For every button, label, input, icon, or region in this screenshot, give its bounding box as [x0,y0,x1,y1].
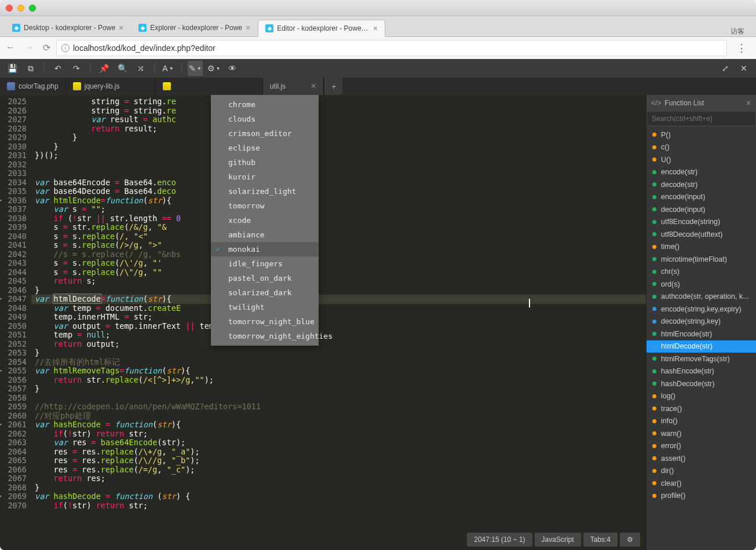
function-list-item[interactable]: warn() [647,427,756,440]
shuffle-icon[interactable]: ⤭ [133,61,148,76]
window-minimize-icon[interactable] [17,5,24,12]
theme-option[interactable]: ambiance [211,228,319,242]
function-list-item[interactable]: htmlRemoveTags(str) [647,353,756,365]
function-list-item[interactable]: utf8Encode(string) [647,216,756,229]
tab-close-icon[interactable]: × [119,23,123,32]
file-tab-label: colorTag.php [19,82,59,90]
theme-dropdown: chromecloudscrimson_editoreclipsegithubk… [211,95,319,346]
forward-icon[interactable]: → [24,42,34,53]
panel-close-icon[interactable]: ✕ [746,99,751,107]
file-tab[interactable] [156,78,263,95]
function-list-item[interactable]: hashDecode(str) [647,377,756,390]
site-info-icon[interactable]: i [61,44,70,52]
theme-option[interactable]: idle_fingers [211,256,319,271]
window-zoom-icon[interactable] [29,5,36,12]
function-list-item[interactable]: encode(string,key,expiry) [647,303,756,316]
function-list-item[interactable]: error() [647,440,756,453]
theme-option[interactable]: eclipse [211,141,319,155]
collapse-icon[interactable]: ⤢ [718,61,733,76]
function-list-item[interactable]: log() [647,390,756,403]
theme-option[interactable]: clouds [211,112,319,126]
function-list-item[interactable]: c() [647,141,756,154]
cursor-position[interactable]: 2047:15 (10 ~ 1) [467,533,532,547]
theme-option[interactable]: kuroir [211,170,319,184]
editor-toolbar: 💾 ⧉ ↶ ↷ 📌 🔍 ⤭ A▼ ✎▼ ⚙▼ 👁 ⤢ ✕ [0,59,756,78]
theme-option[interactable]: crimson_editor [211,126,319,141]
theme-option[interactable]: tomorrow_night_eighties [211,329,319,343]
browser-tab[interactable]: ◈ Desktop - kodexplorer - Powe × [5,19,131,36]
function-list-item[interactable]: authcode(str, operation, k... [647,291,756,303]
file-tab-label: jquery-lib.js [85,82,120,90]
browser-menu-icon[interactable]: ⋮ [733,42,750,54]
browser-tab[interactable]: ◈ Editor - kodexplorer - Powered × [258,20,385,37]
code-icon: </> [651,99,661,107]
tab-close-icon[interactable]: × [373,24,378,33]
function-list-item[interactable]: microtime(timeFloat) [647,253,756,266]
theme-option[interactable]: chrome [211,97,319,112]
function-list-item[interactable]: dir() [647,465,756,478]
function-list-item[interactable]: decode(string,key) [647,316,756,328]
font-menu-button[interactable]: A▼ [160,61,176,76]
file-tab[interactable]: jquery-lib.js [66,78,156,95]
theme-option[interactable]: twilight [211,300,319,314]
tab-title: Explorer - kodexplorer - Powe [150,24,242,32]
visitor-label: 访客 [731,27,756,36]
function-list-item[interactable]: chr(s) [647,266,756,278]
function-list-item[interactable]: info() [647,415,756,428]
search-icon[interactable]: 🔍 [115,61,130,76]
function-list-item[interactable]: htmlEncode(str) [647,328,756,340]
redo-icon[interactable]: ↷ [69,61,84,76]
file-tab[interactable]: colorTag.php [0,78,66,95]
function-list-item[interactable]: decode(input) [647,203,756,216]
tab-size[interactable]: Tabs:4 [583,533,618,547]
reload-icon[interactable]: ⟳ [43,42,50,53]
copy-icon[interactable]: ⧉ [23,61,38,76]
theme-option[interactable]: pastel_on_dark [211,271,319,285]
function-list-item[interactable]: encode(input) [647,191,756,204]
function-list-item[interactable]: hashEncode(str) [647,365,756,378]
js-file-icon [163,82,171,90]
function-list-item[interactable]: decode(str) [647,178,756,191]
theme-menu-button[interactable]: ✎▼ [188,61,203,76]
function-list-item[interactable]: profile() [647,490,756,503]
function-list-item[interactable]: U() [647,153,756,166]
back-icon[interactable]: ← [6,42,15,53]
cursor-marker [529,299,530,307]
function-list-item[interactable]: htmlDecode(str) [647,340,756,353]
theme-option[interactable]: solarized_light [211,184,319,199]
save-icon[interactable]: 💾 [5,61,20,76]
undo-icon[interactable]: ↶ [50,61,65,76]
function-list-item[interactable]: encode(str) [647,166,756,179]
function-list-item[interactable]: ord(s) [647,278,756,291]
macos-titlebar [0,0,756,16]
theme-option[interactable]: ✓monokai [211,242,319,256]
tab-close-icon[interactable]: × [246,23,250,32]
close-icon[interactable]: × [311,81,316,91]
address-input[interactable]: i localhost/kod/kod_dev/index.php?editor [56,40,727,56]
tab-title: Editor - kodexplorer - Powered [277,24,370,32]
function-list-item[interactable]: P() [647,129,756,141]
browser-tab[interactable]: ◈ Explorer - kodexplorer - Powe × [131,19,258,36]
function-list-item[interactable]: trace() [647,402,756,415]
function-list-item[interactable]: time() [647,241,756,254]
theme-option[interactable]: tomorrow_night_blue [211,314,319,329]
language-mode[interactable]: JavaScript [535,533,581,547]
code-area[interactable]: string = string.re string = string.re va… [31,95,646,550]
function-search-input[interactable] [647,111,756,126]
function-list-item[interactable]: clear() [647,477,756,490]
fullscreen-icon[interactable]: ✕ [736,61,751,76]
file-tab[interactable]: util.js × [263,78,324,95]
pin-icon[interactable]: 📌 [96,61,111,76]
theme-option[interactable]: tomorrow [211,199,319,213]
theme-option[interactable]: github [211,155,319,170]
function-list-item[interactable]: assert() [647,452,756,465]
window-close-icon[interactable] [6,5,13,12]
settings-icon[interactable]: ⚙ [620,533,640,547]
settings-menu-button[interactable]: ⚙▼ [206,61,221,76]
new-tab-button[interactable]: + [325,78,342,95]
preview-icon[interactable]: 👁 [225,61,240,76]
code-editor[interactable]: 2025202620272028202920302031203220332034… [0,95,646,550]
theme-option[interactable]: solarized_dark [211,285,319,300]
theme-option[interactable]: xcode [211,213,319,228]
function-list-item[interactable]: utf8Decode(utftext) [647,228,756,241]
